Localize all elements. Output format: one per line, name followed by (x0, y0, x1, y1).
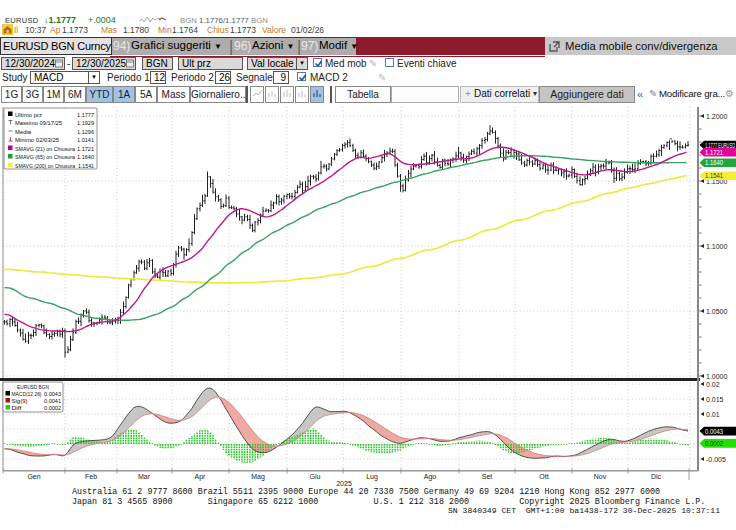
svg-text:Ultimo prz: Ultimo prz (15, 112, 42, 118)
svg-text:0.0043: 0.0043 (44, 390, 61, 397)
svg-text:Ott: Ott (539, 473, 548, 480)
svg-text:Apr: Apr (195, 473, 207, 481)
svg-text:Minimo 02/03/25: Minimo 02/03/25 (15, 137, 60, 143)
svg-text:Dic: Dic (651, 473, 662, 480)
svg-text:1.1777: 1.1777 (77, 112, 95, 118)
svg-text:1.2000: 1.2000 (706, 113, 728, 120)
svg-text:SMAVG (65) on Chiusura: SMAVG (65) on Chiusura (15, 154, 76, 160)
svg-text:1.1000: 1.1000 (706, 243, 728, 250)
svg-text:Nov: Nov (594, 473, 607, 480)
svg-text:0.0041: 0.0041 (44, 397, 61, 404)
svg-text:0.0002: 0.0002 (44, 404, 61, 411)
svg-text:Mar: Mar (138, 473, 151, 480)
svg-text:Lug: Lug (366, 473, 378, 481)
svg-text:SMAVG (21) on Chiusura: SMAVG (21) on Chiusura (15, 146, 76, 152)
svg-text:1.1721: 1.1721 (705, 149, 723, 156)
svg-text:Gen: Gen (27, 473, 40, 480)
svg-text:Set: Set (482, 473, 493, 480)
svg-text:MACD(12,26): MACD(12,26) (12, 390, 42, 397)
svg-text:Sig(9): Sig(9) (12, 397, 28, 404)
svg-text:1.0500: 1.0500 (706, 308, 728, 315)
svg-text:SMAVG (200) on Chiusura: SMAVG (200) on Chiusura (15, 163, 76, 169)
svg-text:1.1541: 1.1541 (78, 163, 95, 169)
svg-text:1.1541: 1.1541 (705, 172, 723, 179)
svg-text:Diff: Diff (12, 404, 22, 411)
svg-text:0.015: 0.015 (706, 396, 724, 403)
svg-text:2025: 2025 (336, 480, 352, 487)
svg-text:1.1721: 1.1721 (77, 146, 95, 152)
svg-text:0.0002: 0.0002 (705, 440, 723, 447)
svg-text:0.02: 0.02 (706, 381, 720, 388)
svg-text:1.1777 EURUSD: 1.1777 EURUSD (705, 142, 735, 149)
svg-text:1.1929: 1.1929 (77, 120, 95, 126)
svg-text:Feb: Feb (85, 473, 97, 480)
svg-text:0.01: 0.01 (706, 411, 720, 418)
svg-text:1.0000: 1.0000 (706, 373, 728, 380)
svg-text:1.1640: 1.1640 (77, 154, 95, 160)
svg-text:Media: Media (15, 129, 32, 135)
svg-text:Mag: Mag (251, 473, 265, 481)
svg-text:0.0043: 0.0043 (705, 428, 723, 435)
svg-text:1.1296: 1.1296 (77, 129, 95, 135)
svg-text:Massimo 09/17/25: Massimo 09/17/25 (15, 120, 63, 126)
svg-text:1.0141: 1.0141 (77, 137, 95, 143)
svg-text:-0.005: -0.005 (706, 456, 726, 463)
svg-text:Ago: Ago (424, 473, 437, 481)
svg-text:1.1640: 1.1640 (705, 159, 723, 166)
svg-text:Giu: Giu (310, 473, 321, 480)
